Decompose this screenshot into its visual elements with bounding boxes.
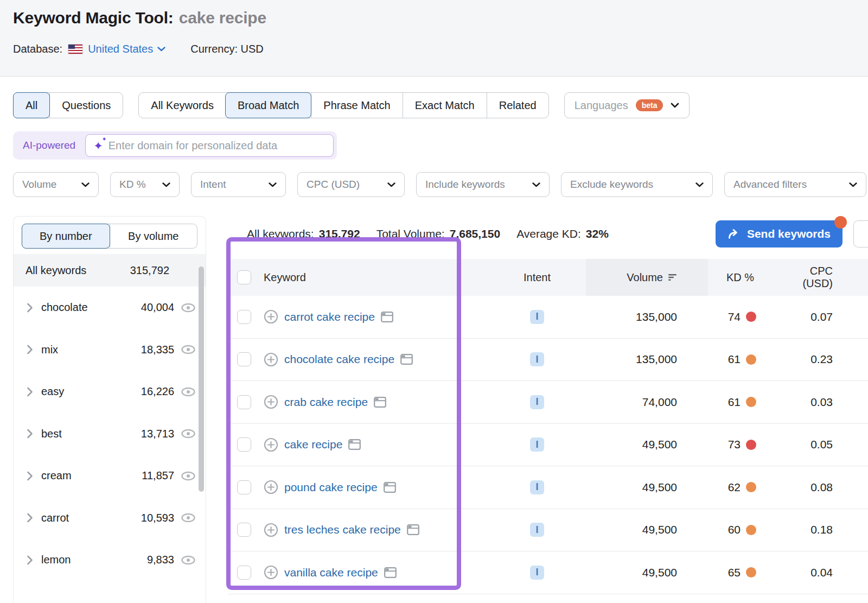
eye-icon[interactable]: [175, 344, 201, 355]
keyword-link[interactable]: pound cake recipe: [284, 481, 378, 494]
keyword-link[interactable]: carrot cake recipe: [284, 310, 375, 323]
chevron-right-icon[interactable]: [27, 512, 33, 523]
table-row[interactable]: carrot cake recipe I 135,000 74 0.07: [228, 296, 868, 339]
keyword-link[interactable]: tres leches cake recipe: [284, 523, 401, 536]
chevron-right-icon[interactable]: [27, 302, 33, 313]
intent-badge[interactable]: I: [530, 523, 544, 537]
row-checkbox[interactable]: [237, 523, 251, 537]
serp-features-icon[interactable]: [384, 482, 396, 493]
sidebar-group-item[interactable]: mix 18,335: [14, 329, 206, 371]
eye-icon[interactable]: [175, 386, 201, 397]
table-row[interactable]: cake recipe I 49,500 73 0.05: [228, 424, 868, 467]
select-all-checkbox[interactable]: [237, 270, 251, 284]
serp-features-icon[interactable]: [400, 354, 413, 365]
intent-badge[interactable]: I: [530, 566, 544, 580]
intent-badge[interactable]: I: [530, 395, 544, 409]
group-count: 40,004: [141, 301, 174, 314]
row-checkbox[interactable]: [237, 566, 251, 580]
filter-dropdown[interactable]: Intent: [191, 172, 286, 197]
column-header-intent[interactable]: Intent: [488, 271, 586, 284]
serp-features-icon[interactable]: [407, 524, 419, 535]
column-header-kd[interactable]: KD %: [708, 271, 787, 284]
sidebar-item-all-keywords[interactable]: All keywords 315,792: [14, 254, 206, 287]
chevron-right-icon[interactable]: [27, 428, 33, 439]
chevron-down-icon: [162, 182, 170, 187]
intent-badge[interactable]: I: [530, 437, 544, 452]
column-header-volume[interactable]: Volume: [586, 259, 708, 296]
add-keyword-icon[interactable]: [264, 480, 278, 494]
eye-icon[interactable]: [175, 302, 201, 313]
filter-dropdown[interactable]: Advanced filters: [724, 172, 866, 197]
filter-dropdown[interactable]: Volume: [13, 172, 99, 197]
tab-match-type[interactable]: All Keywords: [139, 93, 226, 118]
sidebar-group-item[interactable]: cream 11,857: [14, 455, 206, 497]
domain-input[interactable]: [107, 139, 326, 153]
sidebar-scrollbar[interactable]: [199, 266, 204, 492]
intent-badge[interactable]: I: [530, 310, 544, 324]
add-keyword-icon[interactable]: [264, 309, 278, 324]
chevron-right-icon[interactable]: [27, 471, 33, 481]
eye-icon[interactable]: [175, 471, 201, 481]
add-keyword-icon[interactable]: [264, 352, 278, 367]
intent-badge[interactable]: I: [530, 352, 544, 366]
table-row[interactable]: crab cake recipe I 74,000 61 0.03: [228, 381, 868, 424]
sidebar-group-item[interactable]: best 13,713: [14, 413, 206, 455]
add-keyword-icon[interactable]: [264, 565, 278, 580]
chevron-right-icon[interactable]: [27, 344, 33, 355]
serp-features-icon[interactable]: [381, 312, 393, 322]
database-selector[interactable]: United States: [88, 43, 165, 55]
volume-value: 49,500: [586, 481, 708, 494]
filter-dropdown[interactable]: CPC (USD): [297, 172, 405, 197]
languages-dropdown[interactable]: Languages beta: [564, 92, 690, 118]
chevron-down-icon: [695, 182, 704, 187]
row-checkbox[interactable]: [237, 480, 251, 494]
row-checkbox[interactable]: [237, 437, 251, 452]
filter-dropdown[interactable]: Include keywords: [416, 172, 550, 197]
tab-question-type[interactable]: Questions: [49, 93, 123, 118]
row-checkbox[interactable]: [237, 310, 251, 324]
overflow-button-partial[interactable]: [853, 220, 868, 247]
sidebar-group-item[interactable]: easy 16,226: [14, 371, 206, 413]
sort-toggle-option[interactable]: By volume: [110, 224, 197, 248]
keyword-link[interactable]: crab cake recipe: [284, 396, 368, 409]
eye-icon[interactable]: [175, 512, 201, 523]
column-header-cpc[interactable]: CPC (USD): [787, 265, 868, 290]
chevron-right-icon[interactable]: [27, 386, 33, 397]
table-row[interactable]: tres leches cake recipe I 49,500 60 0.18: [228, 509, 868, 552]
tab-match-type[interactable]: Phrase Match: [311, 93, 402, 118]
keywords-table: Keyword Intent Volume KD % CPC (USD) car…: [228, 259, 868, 594]
sidebar-group-item[interactable]: carrot 10,593: [14, 497, 206, 539]
eye-icon[interactable]: [175, 555, 201, 566]
keyword-link[interactable]: vanilla cake recipe: [284, 566, 378, 579]
row-checkbox[interactable]: [237, 352, 251, 366]
sort-toggle-option[interactable]: By number: [22, 224, 110, 249]
tab-match-type[interactable]: Related: [487, 93, 548, 118]
volume-value: 49,500: [586, 566, 708, 579]
eye-icon[interactable]: [175, 428, 201, 439]
tab-match-type[interactable]: Broad Match: [225, 92, 311, 118]
serp-features-icon[interactable]: [384, 567, 397, 578]
intent-badge[interactable]: I: [530, 480, 544, 494]
results-panel: All keywords:315,792 Total Volume:7,685,…: [219, 215, 868, 603]
serp-features-icon[interactable]: [348, 439, 361, 450]
add-keyword-icon[interactable]: [264, 523, 278, 537]
sidebar-group-item[interactable]: lemon 9,833: [14, 539, 206, 581]
keyword-link[interactable]: chocolate cake recipe: [284, 353, 394, 366]
row-checkbox[interactable]: [237, 395, 251, 409]
send-keywords-button[interactable]: Send keywords: [716, 220, 843, 247]
keyword-link[interactable]: cake recipe: [284, 438, 342, 451]
table-row[interactable]: chocolate cake recipe I 135,000 61 0.23: [228, 339, 868, 382]
chevron-right-icon[interactable]: [27, 555, 33, 566]
volume-value: 74,000: [586, 396, 708, 409]
add-keyword-icon[interactable]: [264, 395, 278, 409]
table-row[interactable]: vanilla cake recipe I 49,500 65 0.04: [228, 551, 868, 594]
column-header-keyword[interactable]: Keyword: [260, 271, 488, 284]
serp-features-icon[interactable]: [374, 397, 386, 408]
table-row[interactable]: pound cake recipe I 49,500 62 0.08: [228, 466, 868, 509]
add-keyword-icon[interactable]: [264, 437, 278, 452]
tab-question-type[interactable]: All: [13, 92, 50, 118]
filter-dropdown[interactable]: KD %: [110, 172, 180, 197]
tab-match-type[interactable]: Exact Match: [403, 93, 487, 118]
sidebar-group-item[interactable]: chocolate 40,004: [14, 287, 206, 329]
filter-dropdown[interactable]: Exclude keywords: [561, 172, 713, 197]
